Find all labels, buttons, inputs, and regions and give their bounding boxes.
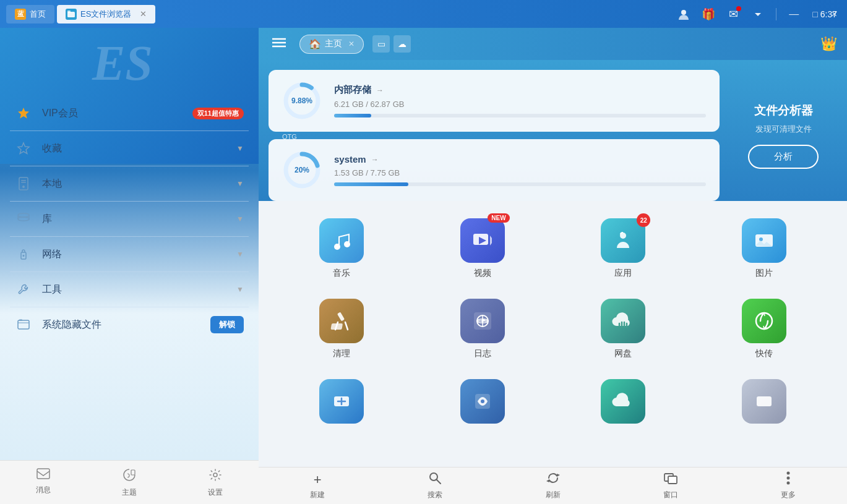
apps-icon: 22 bbox=[601, 218, 645, 263]
more-label: 更多 bbox=[781, 490, 796, 500]
more-icon bbox=[786, 471, 790, 488]
tab-cloud-icon[interactable]: ☁ bbox=[393, 35, 411, 53]
toolbar-new-button[interactable]: + 新建 bbox=[259, 467, 376, 505]
mail-icon[interactable]: ✉ bbox=[724, 5, 742, 23]
grid-item-clean[interactable]: 清理 bbox=[273, 294, 410, 364]
sidebar-item-library[interactable]: 库 ▼ bbox=[0, 202, 259, 236]
grid-item-transfer[interactable]: 快传 bbox=[696, 294, 832, 364]
storage-analyzer-row: 9.88% 内部存储 → 6.21 GB / 62.87 GB bbox=[269, 70, 837, 201]
messages-icon bbox=[37, 468, 50, 482]
settings-button[interactable]: 设置 bbox=[173, 461, 259, 504]
svg-rect-8 bbox=[21, 182, 26, 183]
gift-icon[interactable]: 🎁 bbox=[699, 5, 718, 23]
home-tab-icon: 蓝 bbox=[15, 9, 26, 20]
sidebar: ES VIP会员 双11超值特惠 bbox=[0, 28, 259, 504]
messages-label: 消息 bbox=[36, 485, 51, 495]
row3-3-icon bbox=[601, 379, 645, 424]
icon-grid: 音乐 NEW 视频 bbox=[273, 213, 832, 429]
grid-item-row3-3[interactable] bbox=[556, 374, 692, 429]
messages-button[interactable]: 消息 bbox=[0, 461, 86, 504]
grid-item-row3-2[interactable] bbox=[415, 374, 551, 429]
grid-item-music[interactable]: 音乐 bbox=[273, 213, 410, 284]
svg-rect-20 bbox=[131, 470, 135, 475]
topbar-right: 👑 bbox=[820, 36, 837, 52]
storage-analyzer-wrapper: 9.88% 内部存储 → 6.21 GB / 62.87 GB bbox=[259, 60, 847, 201]
grid-item-photos[interactable]: 图片 bbox=[696, 213, 832, 284]
vip-label: VIP会员 bbox=[42, 107, 187, 120]
svg-marker-4 bbox=[18, 108, 29, 119]
otg-label: OTG bbox=[282, 133, 297, 140]
svg-rect-18 bbox=[19, 319, 22, 321]
hamburger-button[interactable] bbox=[269, 33, 290, 55]
favorites-arrow: ▼ bbox=[236, 144, 244, 153]
svg-rect-37 bbox=[337, 312, 345, 321]
svg-point-15 bbox=[23, 255, 25, 257]
sidebar-item-local[interactable]: 本地 ▼ bbox=[0, 166, 259, 201]
grid-item-cloud[interactable]: 网盘 bbox=[556, 294, 692, 364]
system-percent: 20% bbox=[295, 166, 309, 174]
grid-item-video[interactable]: NEW 视频 bbox=[415, 213, 551, 284]
hidden-files-icon bbox=[15, 316, 32, 333]
svg-marker-32 bbox=[490, 236, 492, 246]
tab-new-icon[interactable]: ▭ bbox=[372, 35, 390, 53]
row3-2-icon bbox=[460, 379, 505, 424]
svg-point-47 bbox=[756, 313, 772, 329]
transfer-icon bbox=[742, 299, 786, 343]
analyze-button[interactable]: 分析 bbox=[748, 145, 819, 169]
svg-point-10 bbox=[18, 213, 29, 217]
network-label: 网络 bbox=[42, 248, 233, 261]
system-bar bbox=[334, 182, 706, 186]
log-icon bbox=[460, 299, 505, 343]
transfer-label: 快传 bbox=[755, 348, 773, 359]
close-tab-icon[interactable]: ✕ bbox=[140, 9, 147, 19]
video-icon: NEW bbox=[460, 218, 505, 263]
system-storage-card[interactable]: OTG 20% system → bbox=[269, 139, 720, 201]
sidebar-item-network[interactable]: 网络 ▼ bbox=[0, 237, 259, 271]
minimize-button[interactable]: — bbox=[785, 9, 802, 20]
system-progress-circle: 20% bbox=[282, 150, 322, 190]
dropdown-icon[interactable] bbox=[749, 5, 767, 23]
tab-home[interactable]: 蓝 首页 bbox=[6, 5, 54, 23]
titlebar: 蓝 首页 ES文件浏览器 ✕ 🎁 ✉ bbox=[0, 0, 847, 28]
search-label: 搜索 bbox=[428, 490, 442, 500]
internal-storage-card[interactable]: 9.88% 内部存储 → 6.21 GB / 62.87 GB bbox=[269, 70, 720, 132]
hidden-files-label: 系统隐藏文件 bbox=[42, 318, 210, 331]
log-label: 日志 bbox=[474, 348, 491, 359]
sidebar-item-favorites[interactable]: 收藏 ▼ bbox=[0, 131, 259, 166]
content-area: 🏠 主页 ✕ ▭ ☁ 👑 bbox=[259, 28, 847, 504]
crown-icon[interactable]: 👑 bbox=[820, 36, 837, 51]
system-storage-info: system → 1.53 GB / 7.75 GB bbox=[334, 154, 706, 186]
unlock-button[interactable]: 解锁 bbox=[210, 316, 244, 333]
svg-point-21 bbox=[213, 473, 217, 477]
svg-point-11 bbox=[18, 217, 29, 221]
toolbar-more-button[interactable]: 更多 bbox=[729, 466, 847, 504]
svg-point-60 bbox=[786, 482, 789, 485]
themes-label: 主题 bbox=[122, 487, 137, 498]
tab-es-browser[interactable]: ES文件浏览器 ✕ bbox=[57, 5, 155, 23]
grid-section: 音乐 NEW 视频 bbox=[259, 201, 847, 467]
local-label: 本地 bbox=[42, 177, 233, 190]
clean-label: 清理 bbox=[333, 348, 350, 359]
grid-item-row3-1[interactable] bbox=[273, 374, 410, 429]
svg-rect-51 bbox=[757, 396, 772, 406]
themes-button[interactable]: 主题 bbox=[86, 461, 172, 504]
favorites-label: 收藏 bbox=[42, 142, 233, 155]
grid-item-log[interactable]: 日志 bbox=[415, 294, 551, 364]
svg-rect-7 bbox=[21, 180, 26, 181]
grid-item-apps[interactable]: 22 应用 bbox=[556, 213, 692, 284]
toolbar-refresh-button[interactable]: 刷新 bbox=[494, 466, 611, 504]
sidebar-item-hidden-files[interactable]: 系统隐藏文件 解锁 bbox=[0, 307, 259, 342]
system-bar-fill bbox=[334, 182, 408, 186]
account-icon[interactable] bbox=[674, 5, 693, 23]
toolbar-window-button[interactable]: 窗口 bbox=[612, 466, 729, 504]
maximize-button[interactable]: □ bbox=[809, 9, 821, 19]
close-home-tab-icon[interactable]: ✕ bbox=[348, 40, 355, 48]
sidebar-item-vip[interactable]: VIP会员 双11超值特惠 bbox=[0, 96, 259, 130]
sidebar-item-tools[interactable]: 工具 ▼ bbox=[0, 272, 259, 307]
vip-badge: 双11超值特惠 bbox=[192, 108, 244, 119]
toolbar-search-button[interactable]: 搜索 bbox=[376, 466, 494, 504]
grid-item-row3-4[interactable] bbox=[696, 374, 832, 429]
svg-rect-19 bbox=[37, 469, 49, 479]
home-tab-pill[interactable]: 🏠 主页 ✕ bbox=[299, 35, 364, 54]
svg-point-59 bbox=[786, 477, 789, 480]
